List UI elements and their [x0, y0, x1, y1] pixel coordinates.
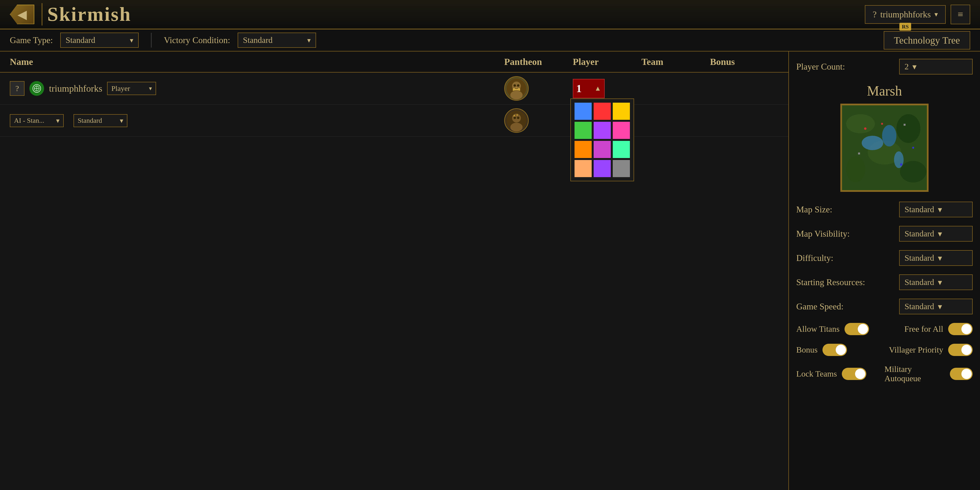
color-swatch-orange[interactable] — [574, 141, 592, 158]
color-swatch-teal[interactable] — [613, 141, 630, 158]
victory-condition-select[interactable]: Standard ▾ — [238, 33, 316, 48]
player1-player-cell: 1 ▲ — [573, 79, 641, 98]
main-menu-button[interactable]: ≡ — [951, 5, 970, 24]
map-preview-image[interactable] — [840, 103, 929, 192]
player2-difficulty-arrow-icon: ▾ — [120, 117, 123, 125]
player2-name-cell: AI - Stan... ▾ Standard ▾ — [10, 114, 504, 127]
question-icon: ? — [16, 84, 19, 93]
player2-ai-select[interactable]: AI - Stan... ▾ — [10, 114, 64, 127]
player-count-arrow-icon: ▾ — [912, 62, 916, 72]
player1-number-display[interactable]: 1 ▲ — [573, 79, 605, 98]
map-size-select[interactable]: Standard ▾ — [899, 202, 973, 217]
svg-rect-28 — [904, 124, 905, 126]
bonus-toggle[interactable] — [822, 344, 847, 356]
player1-number: 1 — [576, 82, 582, 95]
user-menu-button[interactable]: ? triumphhforks ▾ RS — [865, 5, 946, 24]
player1-username: triumphhforks — [49, 83, 102, 94]
player1-pantheon-icon — [504, 76, 529, 101]
military-autoqueue-group: Military Autoqueue — [885, 364, 973, 383]
map-visibility-value: Standard — [905, 229, 934, 239]
tech-tree-button[interactable]: Technology Tree — [884, 31, 970, 49]
map-visibility-arrow-icon: ▾ — [938, 229, 942, 239]
free-for-all-knob — [961, 324, 972, 334]
svg-point-18 — [846, 156, 865, 183]
svg-point-6 — [510, 91, 523, 99]
game-speed-arrow-icon: ▾ — [938, 302, 942, 312]
lock-teams-military-autoqueue-row: Lock Teams Military Autoqueue — [796, 364, 973, 383]
player-count-row: Player Count: 2 ▾ — [796, 59, 973, 75]
bonus-group: Bonus — [796, 344, 885, 356]
color-swatch-red[interactable] — [593, 103, 611, 120]
bonus-label: Bonus — [796, 345, 818, 355]
game-type-select[interactable]: Standard ▾ — [60, 33, 139, 48]
player2-difficulty-value: Standard — [78, 117, 102, 124]
color-picker-popup — [570, 99, 634, 181]
table-row: ? triumphhforks Pl — [0, 73, 788, 105]
player1-xbox-icon — [29, 81, 44, 96]
allow-titans-toggle[interactable] — [845, 323, 869, 335]
svg-point-11 — [510, 123, 523, 132]
player1-question-button[interactable]: ? — [10, 81, 24, 96]
color-swatch-pink[interactable] — [613, 122, 630, 139]
color-swatch-blue[interactable] — [574, 103, 592, 120]
up-arrow-icon: ▲ — [594, 84, 601, 92]
game-speed-label: Game Speed: — [796, 301, 843, 312]
game-type-label: Game Type: — [10, 35, 53, 45]
player2-difficulty-select[interactable]: Standard ▾ — [73, 114, 127, 127]
game-type-value: Standard — [66, 35, 95, 45]
color-swatch-magenta[interactable] — [593, 141, 611, 158]
color-swatch-green[interactable] — [574, 122, 592, 139]
map-visibility-select[interactable]: Standard ▾ — [899, 226, 973, 242]
game-speed-select[interactable]: Standard ▾ — [899, 299, 973, 314]
map-name-label: Marsh — [796, 83, 973, 99]
lock-teams-toggle[interactable] — [842, 368, 866, 380]
player1-type-select[interactable]: Player ▾ — [107, 82, 156, 95]
victory-condition-value: Standard — [243, 35, 273, 45]
player2-pantheon-cell — [504, 108, 573, 133]
villager-priority-toggle[interactable] — [948, 344, 973, 356]
settings-panel: Player Count: 2 ▾ Marsh — [789, 51, 980, 490]
military-autoqueue-toggle[interactable] — [950, 368, 973, 380]
starting-resources-value: Standard — [905, 278, 934, 287]
main-content: Name Pantheon Player Team Bonus ? — [0, 51, 980, 490]
color-swatch-gray[interactable] — [613, 160, 630, 177]
svg-point-25 — [881, 123, 883, 125]
color-swatch-purple[interactable] — [593, 122, 611, 139]
lock-teams-knob — [855, 369, 865, 379]
svg-point-15 — [846, 114, 875, 133]
game-speed-row: Game Speed: Standard ▾ — [796, 299, 973, 314]
player2-pantheon-icon — [504, 108, 529, 133]
col-pantheon: Pantheon — [504, 56, 573, 67]
map-size-value: Standard — [905, 205, 934, 214]
hamburger-icon: ≡ — [958, 9, 963, 20]
map-size-label: Map Size: — [796, 204, 832, 215]
bonus-villager-priority-row: Bonus Villager Priority — [796, 344, 973, 356]
svg-point-19 — [900, 161, 927, 183]
svg-point-7 — [514, 84, 516, 87]
starting-resources-select[interactable]: Standard ▾ — [899, 274, 973, 290]
starting-resources-label: Starting Resources: — [796, 277, 865, 287]
back-button[interactable]: ◀ — [10, 5, 34, 24]
color-swatch-yellow[interactable] — [613, 103, 630, 120]
free-for-all-toggle[interactable] — [948, 323, 973, 335]
villager-priority-knob — [961, 345, 972, 355]
game-speed-value: Standard — [905, 302, 934, 311]
color-swatch-indigo[interactable] — [593, 160, 611, 177]
villager-priority-group: Villager Priority — [885, 344, 973, 356]
svg-point-22 — [894, 151, 904, 168]
svg-point-26 — [912, 147, 914, 149]
color-swatch-peach[interactable] — [574, 160, 592, 177]
svg-point-23 — [864, 127, 867, 130]
table-row: AI - Stan... ▾ Standard ▾ — [0, 105, 788, 137]
username-label: triumphhforks — [880, 9, 931, 20]
svg-point-16 — [896, 114, 921, 143]
svg-point-24 — [900, 164, 902, 166]
svg-point-21 — [882, 125, 896, 146]
difficulty-label: Difficulty: — [796, 253, 833, 263]
military-autoqueue-knob — [961, 369, 972, 379]
player-count-select[interactable]: 2 ▾ — [899, 59, 973, 75]
difficulty-select[interactable]: Standard ▾ — [899, 250, 973, 266]
svg-point-20 — [862, 136, 883, 150]
lock-teams-group: Lock Teams — [796, 368, 885, 380]
svg-point-8 — [517, 84, 519, 87]
